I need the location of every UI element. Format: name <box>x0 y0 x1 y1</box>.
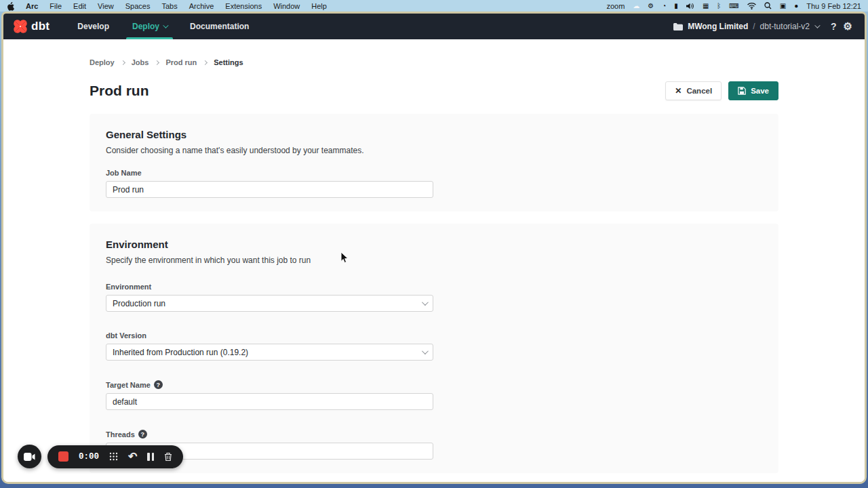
help-icon[interactable]: ? <box>831 21 837 32</box>
target-name-label: Target Name <box>106 381 151 389</box>
cloud-icon[interactable]: ☁ <box>633 3 639 9</box>
save-label: Save <box>751 87 769 95</box>
chevron-down-icon <box>814 22 820 28</box>
wifi-icon[interactable] <box>747 3 756 9</box>
target-name-help-icon[interactable]: ? <box>154 380 163 389</box>
menu-view[interactable]: View <box>98 2 114 10</box>
clock-status-icon[interactable]: ◔ <box>662 3 666 9</box>
menu-spaces[interactable]: Spaces <box>125 2 151 10</box>
menu-arc[interactable]: Arc <box>26 2 38 10</box>
nav-develop[interactable]: Develop <box>68 14 118 39</box>
restart-recording-icon[interactable]: ↶ <box>128 451 137 462</box>
screen-recorder-widget: 0:00 ↶ <box>18 445 183 468</box>
chevron-right-icon <box>203 60 208 64</box>
threads-help-icon[interactable]: ? <box>138 430 147 439</box>
dbt-logo-text: dbt <box>31 20 50 33</box>
chevron-down-icon <box>422 348 429 354</box>
macos-menubar: Arc File Edit View Spaces Tabs Archive E… <box>0 0 868 12</box>
close-icon: ✕ <box>675 86 682 96</box>
nav-deploy-label: Deploy <box>132 22 159 31</box>
recorder-toolbar: 0:00 ↶ <box>47 445 183 468</box>
menu-edit[interactable]: Edit <box>73 2 86 10</box>
folder-icon <box>673 23 683 30</box>
stop-recording-button[interactable] <box>58 451 68 462</box>
environment-select[interactable]: Production run <box>106 295 433 312</box>
menu-window[interactable]: Window <box>273 2 300 10</box>
environment-description: Specify the environment in which you wan… <box>106 256 762 265</box>
environment-select-label: Environment <box>106 283 762 291</box>
cancel-label: Cancel <box>686 87 712 95</box>
job-name-input[interactable]: Prod run <box>106 181 433 198</box>
search-icon[interactable] <box>764 2 772 9</box>
environment-card: Environment Specify the environment in w… <box>90 224 778 473</box>
recording-timer: 0:00 <box>79 452 99 462</box>
job-name-label: Job Name <box>106 169 762 177</box>
dbt-logo[interactable]: dbt <box>13 14 50 39</box>
target-name-input[interactable]: default <box>106 393 433 410</box>
nav-deploy[interactable]: Deploy <box>123 14 176 39</box>
apple-logo-icon[interactable] <box>7 2 14 10</box>
chevron-right-icon <box>121 60 125 64</box>
volume-icon[interactable] <box>686 3 694 9</box>
account-name: MWong Limited <box>688 22 748 31</box>
dbt-version-label: dbt Version <box>106 331 762 340</box>
account-project-switcher[interactable]: MWong Limited / dbt-tutorial-v2 <box>673 22 818 31</box>
chevron-down-icon <box>163 22 168 28</box>
general-settings-description: Consider choosing a name that's easily u… <box>106 146 762 155</box>
menu-zoom-app[interactable]: zoom <box>606 2 625 10</box>
environment-title: Environment <box>106 239 762 250</box>
calendar-icon[interactable]: ▦ <box>703 3 709 9</box>
dbt-app-header: dbt Develop Deploy Documentation MWong L… <box>3 14 865 39</box>
menu-archive[interactable]: Archive <box>189 2 214 10</box>
record-status-icon[interactable]: ● <box>794 3 798 9</box>
menu-extensions[interactable]: Extensions <box>225 2 262 10</box>
breadcrumb-deploy[interactable]: Deploy <box>90 58 115 66</box>
breadcrumb-prod-run[interactable]: Prod run <box>165 58 197 66</box>
menu-file[interactable]: File <box>50 2 62 10</box>
display-icon[interactable]: ▣ <box>780 3 786 9</box>
delete-recording-icon[interactable] <box>164 452 172 462</box>
menubar-clock[interactable]: Thu 9 Feb 12:21 <box>806 2 861 10</box>
save-floppy-icon <box>738 87 746 95</box>
breadcrumb-jobs[interactable]: Jobs <box>132 58 149 66</box>
dbt-logo-icon <box>13 19 28 34</box>
nav-develop-label: Develop <box>77 22 109 31</box>
threads-label: Threads <box>106 430 135 439</box>
bluetooth-icon[interactable]: ᛒ <box>717 3 721 9</box>
nav-documentation-label: Documentation <box>190 22 249 31</box>
settings-gear-icon[interactable]: ⚙ <box>844 20 852 33</box>
breadcrumb-settings: Settings <box>214 58 243 66</box>
environment-select-value: Production run <box>113 299 165 308</box>
breadcrumb: Deploy Jobs Prod run Settings <box>90 58 778 66</box>
account-separator: / <box>753 22 755 31</box>
video-camera-icon <box>24 453 35 461</box>
nav-documentation[interactable]: Documentation <box>181 14 258 39</box>
project-name: dbt-tutorial-v2 <box>760 22 810 31</box>
browser-window: dbt Develop Deploy Documentation MWong L… <box>1 12 867 484</box>
main-nav: Develop Deploy Documentation <box>68 14 258 39</box>
dbt-version-select[interactable]: Inherited from Production run (0.19.2) <box>106 344 433 361</box>
battery-icon[interactable]: ▮ <box>674 3 678 9</box>
general-settings-title: General Settings <box>106 129 762 140</box>
general-settings-card: General Settings Consider choosing a nam… <box>90 114 778 211</box>
dbt-version-value: Inherited from Production run (0.19.2) <box>113 348 248 357</box>
chevron-down-icon <box>422 299 429 306</box>
chevron-right-icon <box>155 60 159 64</box>
pause-recording-icon[interactable] <box>147 453 154 461</box>
save-button[interactable]: Save <box>728 81 778 100</box>
drag-handle-icon[interactable] <box>109 452 118 461</box>
cancel-button[interactable]: ✕ Cancel <box>665 81 722 100</box>
page-title: Prod run <box>90 83 149 99</box>
keyboard-input-icon[interactable]: ⌨ <box>729 3 738 9</box>
menu-help[interactable]: Help <box>311 2 327 10</box>
camera-button[interactable] <box>18 445 41 468</box>
gear-status-icon[interactable]: ⚙ <box>648 3 654 9</box>
menu-tabs[interactable]: Tabs <box>161 2 177 10</box>
job-settings-page: Deploy Jobs Prod run Settings Prod run ✕… <box>3 39 865 482</box>
